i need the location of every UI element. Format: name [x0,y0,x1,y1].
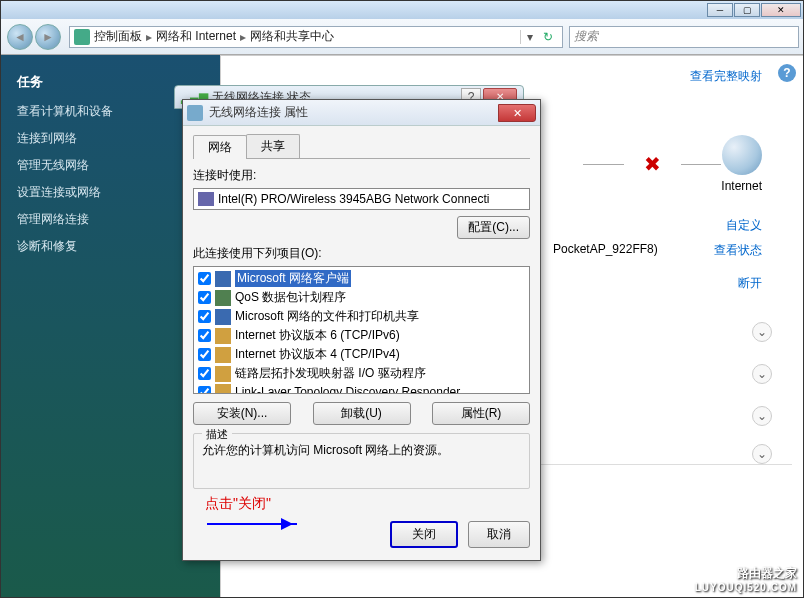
forward-button[interactable]: ► [35,24,61,50]
component-list[interactable]: Microsoft 网络客户端QoS 数据包计划程序Microsoft 网络的文… [193,266,530,394]
expand-button-1[interactable]: ⌄ [752,322,772,342]
disconnect-link[interactable]: 断开 [738,275,762,292]
uninstall-button[interactable]: 卸载(U) [313,402,411,425]
connect-using-label: 连接时使用: [193,167,530,184]
window-titlebar: ─ ▢ ✕ [1,1,804,19]
internet-label: Internet [721,179,762,193]
tab-sharing[interactable]: 共享 [246,134,300,158]
component-checkbox-5[interactable] [198,367,211,380]
properties-close-button[interactable]: ✕ [498,104,536,122]
breadcrumb-2[interactable]: 网络和共享中心 [250,28,334,45]
component-icon-4 [215,347,231,363]
component-item-0[interactable]: Microsoft 网络客户端 [196,269,527,288]
breadcrumb-0[interactable]: 控制面板 [94,28,142,45]
component-item-4[interactable]: Internet 协议版本 4 (TCP/IPv4) [196,345,527,364]
description-text: 允许您的计算机访问 Microsoft 网络上的资源。 [202,442,521,459]
component-label-0: Microsoft 网络客户端 [235,270,351,287]
component-label-1: QoS 数据包计划程序 [235,289,346,306]
wifi-name: PocketAP_922FF8) [553,242,658,259]
component-icon-6 [215,384,231,394]
component-checkbox-6[interactable] [198,386,211,395]
watermark-line2: LUYOUQI520.COM [695,582,797,593]
component-item-1[interactable]: QoS 数据包计划程序 [196,288,527,307]
component-label-5: 链路层拓扑发现映射器 I/O 驱动程序 [235,365,426,382]
sidebar-item-3[interactable]: 设置连接或网络 [17,184,204,201]
component-item-6[interactable]: Link-Layer Topology Discovery Responder [196,383,527,394]
component-item-3[interactable]: Internet 协议版本 6 (TCP/IPv6) [196,326,527,345]
search-input[interactable]: 搜索 [569,26,799,48]
component-checkbox-4[interactable] [198,348,211,361]
component-properties-button[interactable]: 属性(R) [432,402,530,425]
properties-title: 无线网络连接 属性 [209,104,498,121]
control-panel-icon [74,29,90,45]
close-button[interactable]: ✕ [761,3,801,17]
items-label: 此连接使用下列项目(O): [193,245,530,262]
component-item-2[interactable]: Microsoft 网络的文件和打印机共享 [196,307,527,326]
component-label-6: Link-Layer Topology Discovery Responder [235,385,460,394]
component-icon-2 [215,309,231,325]
watermark-line1: 路由器之家 [695,565,797,582]
toolbar: ◄ ► 控制面板▸ 网络和 Internet▸ 网络和共享中心 ▾ ↻ 搜索 [1,19,804,55]
component-label-2: Microsoft 网络的文件和打印机共享 [235,308,419,325]
component-icon-5 [215,366,231,382]
watermark: 路由器之家 LUYOUQI520.COM [695,565,797,593]
annotation-arrow-icon [207,523,297,525]
sidebar-item-2[interactable]: 管理无线网络 [17,157,204,174]
properties-titlebar: 无线网络连接 属性 ✕ [183,100,540,126]
component-icon-0 [215,271,231,287]
nic-icon [198,192,214,206]
component-icon-1 [215,290,231,306]
breadcrumb-1[interactable]: 网络和 Internet [156,28,236,45]
minimize-button[interactable]: ─ [707,3,733,17]
component-checkbox-0[interactable] [198,272,211,285]
configure-button[interactable]: 配置(C)... [457,216,530,239]
component-checkbox-2[interactable] [198,310,211,323]
adapter-field: Intel(R) PRO/Wireless 3945ABG Network Co… [193,188,530,210]
view-full-map-link[interactable]: 查看完整映射 [233,68,762,85]
back-button[interactable]: ◄ [7,24,33,50]
properties-dialog: 无线网络连接 属性 ✕ 网络 共享 连接时使用: Intel(R) PRO/Wi… [182,99,541,561]
adapter-name: Intel(R) PRO/Wireless 3945ABG Network Co… [218,192,489,206]
component-checkbox-3[interactable] [198,329,211,342]
address-bar[interactable]: 控制面板▸ 网络和 Internet▸ 网络和共享中心 ▾ ↻ [69,26,563,48]
address-dropdown-icon[interactable]: ▾ [520,30,538,44]
component-label-3: Internet 协议版本 6 (TCP/IPv6) [235,327,400,344]
description-legend: 描述 [202,427,232,442]
dialog-cancel-button[interactable]: 取消 [468,521,530,548]
expand-button-2[interactable]: ⌄ [752,364,772,384]
help-icon[interactable]: ? [778,64,796,82]
globe-icon [722,135,762,175]
internet-node: Internet [721,135,762,193]
sidebar-item-5[interactable]: 诊断和修复 [17,238,204,255]
expand-button-4[interactable]: ⌄ [752,444,772,464]
component-item-5[interactable]: 链路层拓扑发现映射器 I/O 驱动程序 [196,364,527,383]
annotation-text: 点击"关闭" [205,495,530,513]
view-status-link[interactable]: 查看状态 [714,242,762,259]
dialog-close-button[interactable]: 关闭 [390,521,458,548]
refresh-icon[interactable]: ↻ [538,30,558,44]
tab-network[interactable]: 网络 [193,135,247,159]
component-checkbox-1[interactable] [198,291,211,304]
adapter-icon [187,105,203,121]
description-box: 描述 允许您的计算机访问 Microsoft 网络上的资源。 [193,433,530,489]
component-icon-3 [215,328,231,344]
maximize-button[interactable]: ▢ [734,3,760,17]
sidebar-item-4[interactable]: 管理网络连接 [17,211,204,228]
component-label-4: Internet 协议版本 4 (TCP/IPv4) [235,346,400,363]
install-button[interactable]: 安装(N)... [193,402,291,425]
sidebar-item-1[interactable]: 连接到网络 [17,130,204,147]
expand-button-3[interactable]: ⌄ [752,406,772,426]
connection-error-icon: ✖ [644,152,661,176]
